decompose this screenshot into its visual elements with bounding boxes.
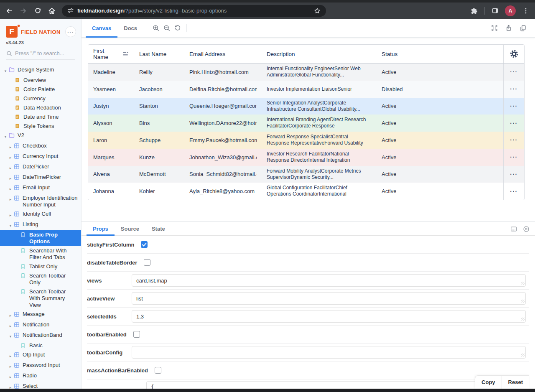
stickyfirstcolumn-checkbox[interactable] [141,241,148,248]
sidebar-item-password-input[interactable]: ▸Password Input [0,361,81,371]
chevron-down-icon[interactable]: ▾ [3,133,8,140]
reset-button[interactable]: Reset [502,376,529,389]
resize-handle[interactable] [521,318,525,321]
resize-handle[interactable] [521,282,525,285]
column-header-email-address[interactable]: Email Address [184,45,262,63]
sidebar-item-data-redaction[interactable]: Data Redaction [0,103,81,112]
sidebar-item-basic-prop-options[interactable]: Basic Prop Options [0,230,81,246]
chevron-right-icon[interactable]: ▸ [8,175,13,182]
sidebar-item-notification[interactable]: ▸Notification [0,320,81,331]
sidebar-item-searchbar-with-filter-and-tabs[interactable]: Searchbar With Filter And Tabs [0,246,81,262]
resize-handle[interactable] [521,300,525,303]
panel-position-icon[interactable] [510,225,517,233]
sidebar-item-date-and-time[interactable]: Date and Time [0,112,81,122]
row-actions-button[interactable]: ··· [510,104,518,108]
chevron-right-icon[interactable]: ▸ [8,384,13,389]
table-row[interactable]: AlyssonBinsWellington.DAmore22@hotmail.c… [88,115,524,132]
column-header-description[interactable]: Description [262,45,377,63]
table-row[interactable]: JustynStantonQueenie.Hoeger@gmail.comSen… [88,98,524,115]
copy-button[interactable]: Copy [475,376,502,389]
sidebar-item-employer-identification-number-input[interactable]: ▸Employer Identification Number Input [0,193,81,209]
table-row[interactable]: JohannaKohlerAyla_Ritchie8@yahoo.comGlob… [88,183,524,200]
sidebar-item-checkbox[interactable]: ▸Checkbox [0,141,81,152]
sidebar-item-currency[interactable]: Currency [0,94,81,103]
search-input[interactable]: Press "/" to search... [6,50,75,60]
sidebar-item-style-tokens[interactable]: Style Tokens [0,122,81,131]
table-row[interactable]: AlvenaMcDermottSonia_Schmidt82@hotmail.c… [88,166,524,183]
row-actions-button[interactable]: ··· [510,121,518,125]
row-actions-button[interactable]: ··· [510,155,518,159]
chevron-right-icon[interactable]: ▸ [8,363,13,370]
zoom-reset-icon[interactable] [172,19,183,37]
addon-tab-source[interactable]: Source [115,222,145,235]
sidebar-item-select[interactable]: ▸Select [0,382,81,389]
zoom-out-icon[interactable] [161,19,172,37]
sidebar-item-search-toolbar-with-summary-view[interactable]: Search Toolbar With Summary View [0,287,81,310]
sidebar-item-tablist-only[interactable]: Tablist Only [0,262,81,271]
toolbarenabled-checkbox[interactable] [133,331,140,338]
column-header-last-name[interactable]: Last Name [134,45,184,63]
back-icon[interactable] [5,7,13,15]
sidebar-item-datetimepicker[interactable]: ▸DateTimePicker [0,173,81,183]
row-actions-button[interactable]: ··· [510,70,518,74]
reload-icon[interactable] [33,7,42,15]
extensions-icon[interactable] [470,7,479,15]
url-bar[interactable]: fieldnation.design/?path=/story/v2-listi… [62,5,326,17]
sidebar-item-radio[interactable]: ▸Radio [0,371,81,382]
sidebar-item-message[interactable]: ▸Message [0,310,81,320]
chevron-right-icon[interactable]: ▸ [8,312,13,319]
sidebar-item-notificationband[interactable]: ▾NotificationBand [0,331,81,341]
table-row[interactable]: MadelineReillyPink.Hintz@hotmail.comInte… [88,64,524,81]
chevron-right-icon[interactable]: ▸ [8,144,13,150]
chevron-right-icon[interactable]: ▸ [8,323,13,329]
views-input[interactable] [132,274,526,287]
sidebar-item-overview[interactable]: Overview [0,76,81,85]
fullscreen-icon[interactable] [489,24,500,32]
sidebar-item-basic[interactable]: Basic [0,341,81,350]
sidebar-item-search-toolbar-only[interactable]: Search Toolbar Only [0,271,81,287]
sidebar-item-email-input[interactable]: ▸Email Input [0,183,81,193]
activeview-input[interactable] [132,292,526,305]
addon-tab-props[interactable]: Props [87,222,115,235]
sidebar-item-currency-input[interactable]: ▸Currency Input [0,152,81,162]
forward-icon[interactable] [19,7,28,15]
site-settings-icon[interactable] [67,7,74,14]
tab-docs[interactable]: Docs [117,19,143,37]
json-config-textarea[interactable] [146,381,526,389]
column-header-first-name[interactable]: First Name [88,45,134,63]
sidebar-menu-button[interactable]: ··· [65,26,76,37]
close-panel-icon[interactable] [522,225,530,233]
profile-avatar[interactable]: A [505,5,516,16]
share-icon[interactable] [503,24,514,32]
chrome-menu-icon[interactable] [522,7,530,15]
sidebar-item-listing[interactable]: ▾Listing [0,220,81,230]
zoom-in-icon[interactable] [150,19,161,37]
bookmark-star-icon[interactable] [313,7,321,15]
table-row[interactable]: LaronSchuppeEmmy.Paucek@hotmail.comForwa… [88,132,524,149]
toolbarconfig-input[interactable] [132,346,526,359]
chevron-down-icon[interactable]: ▾ [8,222,13,229]
chevron-right-icon[interactable]: ▸ [8,353,13,359]
table-row[interactable]: YasmeenJacobsonDelfina.Ritchie@hotmail.c… [88,81,524,98]
table-row[interactable]: MarquesKunzeJohnathon_Wiza30@gmail.comIn… [88,149,524,166]
resize-handle[interactable] [521,354,525,357]
sidebar-item-datepicker[interactable]: ▸DatePicker [0,162,81,173]
row-actions-button[interactable]: ··· [510,172,518,176]
chevron-down-icon[interactable]: ▾ [8,333,13,340]
sidebar-item-v2[interactable]: ▾V2 [0,131,81,141]
home-icon[interactable] [48,7,56,15]
chevron-right-icon[interactable]: ▸ [8,154,13,161]
row-actions-button[interactable]: ··· [510,189,518,193]
chevron-right-icon[interactable]: ▸ [8,196,13,203]
chevron-right-icon[interactable]: ▸ [8,186,13,192]
addon-tab-state[interactable]: State [145,222,171,235]
massactionbarenabled-checkbox[interactable] [155,367,161,374]
copy-link-icon[interactable] [517,24,528,32]
chevron-right-icon[interactable]: ▸ [8,374,13,380]
sidebar-item-otp-input[interactable]: ▸Otp Input [0,350,81,361]
sidebar-item-identity-cell[interactable]: ▸Identity Cell [0,209,81,220]
gear-icon[interactable] [510,49,519,59]
column-header-status[interactable]: Status [377,45,503,63]
sidebar-item-color-palette[interactable]: Color Palette [0,85,81,94]
disabletableborder-checkbox[interactable] [144,259,150,266]
